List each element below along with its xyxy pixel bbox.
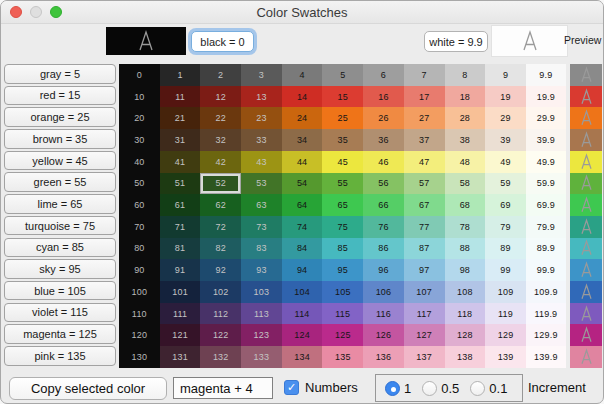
swatch-cell-32[interactable]: 32 xyxy=(200,129,241,151)
swatch-cell-125[interactable]: 125 xyxy=(322,324,363,346)
swatch-cell-72[interactable]: 72 xyxy=(200,216,241,238)
swatch-cell-112[interactable]: 112 xyxy=(200,303,241,325)
sidebar-item-blue[interactable]: blue = 105 xyxy=(4,281,116,301)
swatch-cell-119.9[interactable]: 119.9 xyxy=(526,303,566,325)
swatch-cell-139.9[interactable]: 139.9 xyxy=(526,346,566,368)
swatch-cell-36[interactable]: 36 xyxy=(363,129,404,151)
black-value-field[interactable] xyxy=(191,31,254,52)
swatch-cell-103[interactable]: 103 xyxy=(241,281,282,303)
swatch-cell-31[interactable]: 31 xyxy=(160,129,201,151)
swatch-cell-11[interactable]: 11 xyxy=(160,86,201,108)
swatch-cell-94[interactable]: 94 xyxy=(282,259,323,281)
numbers-checkbox[interactable]: ✓ xyxy=(284,380,299,395)
swatch-cell-93[interactable]: 93 xyxy=(241,259,282,281)
swatch-cell-88[interactable]: 88 xyxy=(445,238,486,260)
swatch-cell-7[interactable]: 7 xyxy=(404,64,445,86)
swatch-cell-92[interactable]: 92 xyxy=(200,259,241,281)
swatch-cell-35[interactable]: 35 xyxy=(322,129,363,151)
white-value-field[interactable] xyxy=(424,31,488,52)
swatch-cell-8[interactable]: 8 xyxy=(445,64,486,86)
swatch-cell-109.9[interactable]: 109.9 xyxy=(526,281,566,303)
swatch-cell-3[interactable]: 3 xyxy=(241,64,282,86)
swatch-cell-109[interactable]: 109 xyxy=(485,281,526,303)
swatch-cell-57[interactable]: 57 xyxy=(404,173,445,195)
swatch-cell-111[interactable]: 111 xyxy=(160,303,201,325)
swatch-cell-2[interactable]: 2 xyxy=(200,64,241,86)
swatch-cell-26[interactable]: 26 xyxy=(363,107,404,129)
swatch-cell-51[interactable]: 51 xyxy=(160,173,201,195)
sidebar-item-green[interactable]: green = 55 xyxy=(4,172,116,192)
swatch-cell-81[interactable]: 81 xyxy=(160,238,201,260)
swatch-cell-85[interactable]: 85 xyxy=(322,238,363,260)
swatch-cell-66[interactable]: 66 xyxy=(363,194,404,216)
swatch-cell-69.9[interactable]: 69.9 xyxy=(526,194,566,216)
swatch-cell-135[interactable]: 135 xyxy=(322,346,363,368)
swatch-cell-83[interactable]: 83 xyxy=(241,238,282,260)
swatch-cell-121[interactable]: 121 xyxy=(160,324,201,346)
swatch-cell-98[interactable]: 98 xyxy=(445,259,486,281)
swatch-cell-68[interactable]: 68 xyxy=(445,194,486,216)
sidebar-item-red[interactable]: red = 15 xyxy=(4,86,116,106)
swatch-cell-63[interactable]: 63 xyxy=(241,194,282,216)
swatch-cell-97[interactable]: 97 xyxy=(404,259,445,281)
swatch-cell-43[interactable]: 43 xyxy=(241,151,282,173)
swatch-cell-50[interactable]: 50 xyxy=(119,173,160,195)
swatch-cell-16[interactable]: 16 xyxy=(363,86,404,108)
swatch-cell-53[interactable]: 53 xyxy=(241,173,282,195)
swatch-cell-0[interactable]: 0 xyxy=(119,64,160,86)
swatch-cell-12[interactable]: 12 xyxy=(200,86,241,108)
swatch-cell-64[interactable]: 64 xyxy=(282,194,323,216)
swatch-cell-42[interactable]: 42 xyxy=(200,151,241,173)
sidebar-item-cyan[interactable]: cyan = 85 xyxy=(4,238,116,258)
swatch-cell-95[interactable]: 95 xyxy=(322,259,363,281)
swatch-cell-110[interactable]: 110 xyxy=(119,303,160,325)
swatch-cell-130[interactable]: 130 xyxy=(119,346,160,368)
swatch-cell-56[interactable]: 56 xyxy=(363,173,404,195)
swatch-cell-10[interactable]: 10 xyxy=(119,86,160,108)
swatch-cell-9[interactable]: 9 xyxy=(485,64,526,86)
swatch-cell-6[interactable]: 6 xyxy=(363,64,404,86)
swatch-cell-45[interactable]: 45 xyxy=(322,151,363,173)
swatch-cell-69[interactable]: 69 xyxy=(485,194,526,216)
swatch-cell-99.9[interactable]: 99.9 xyxy=(526,259,566,281)
swatch-cell-116[interactable]: 116 xyxy=(363,303,404,325)
swatch-cell-4[interactable]: 4 xyxy=(282,64,323,86)
swatch-cell-5[interactable]: 5 xyxy=(322,64,363,86)
swatch-cell-49[interactable]: 49 xyxy=(485,151,526,173)
increment-radio-0.1[interactable]: 0.1 xyxy=(470,381,507,396)
selected-color-field[interactable] xyxy=(173,377,273,399)
swatch-cell-136[interactable]: 136 xyxy=(363,346,404,368)
swatch-cell-27[interactable]: 27 xyxy=(404,107,445,129)
swatch-cell-128[interactable]: 128 xyxy=(445,324,486,346)
swatch-cell-30[interactable]: 30 xyxy=(119,129,160,151)
swatch-cell-87[interactable]: 87 xyxy=(404,238,445,260)
swatch-cell-47[interactable]: 47 xyxy=(404,151,445,173)
swatch-cell-24[interactable]: 24 xyxy=(282,107,323,129)
swatch-cell-41[interactable]: 41 xyxy=(160,151,201,173)
swatch-cell-107[interactable]: 107 xyxy=(404,281,445,303)
swatch-cell-23[interactable]: 23 xyxy=(241,107,282,129)
swatch-cell-102[interactable]: 102 xyxy=(200,281,241,303)
swatch-cell-15[interactable]: 15 xyxy=(322,86,363,108)
swatch-cell-106[interactable]: 106 xyxy=(363,281,404,303)
swatch-cell-46[interactable]: 46 xyxy=(363,151,404,173)
swatch-cell-118[interactable]: 118 xyxy=(445,303,486,325)
swatch-cell-78[interactable]: 78 xyxy=(445,216,486,238)
swatch-cell-14[interactable]: 14 xyxy=(282,86,323,108)
sidebar-item-turquoise[interactable]: turquoise = 75 xyxy=(4,216,116,236)
swatch-cell-61[interactable]: 61 xyxy=(160,194,201,216)
sidebar-item-orange[interactable]: orange = 25 xyxy=(4,107,116,127)
swatch-cell-76[interactable]: 76 xyxy=(363,216,404,238)
sidebar-item-sky[interactable]: sky = 95 xyxy=(4,259,116,279)
sidebar-item-brown[interactable]: brown = 35 xyxy=(4,129,116,149)
swatch-cell-67[interactable]: 67 xyxy=(404,194,445,216)
sidebar-item-violet[interactable]: violet = 115 xyxy=(4,303,116,323)
swatch-cell-19.9[interactable]: 19.9 xyxy=(526,86,566,108)
sidebar-item-yellow[interactable]: yellow = 45 xyxy=(4,151,116,171)
swatch-cell-77[interactable]: 77 xyxy=(404,216,445,238)
swatch-cell-39[interactable]: 39 xyxy=(485,129,526,151)
swatch-cell-101[interactable]: 101 xyxy=(160,281,201,303)
swatch-cell-120[interactable]: 120 xyxy=(119,324,160,346)
swatch-cell-86[interactable]: 86 xyxy=(363,238,404,260)
swatch-cell-62[interactable]: 62 xyxy=(200,194,241,216)
